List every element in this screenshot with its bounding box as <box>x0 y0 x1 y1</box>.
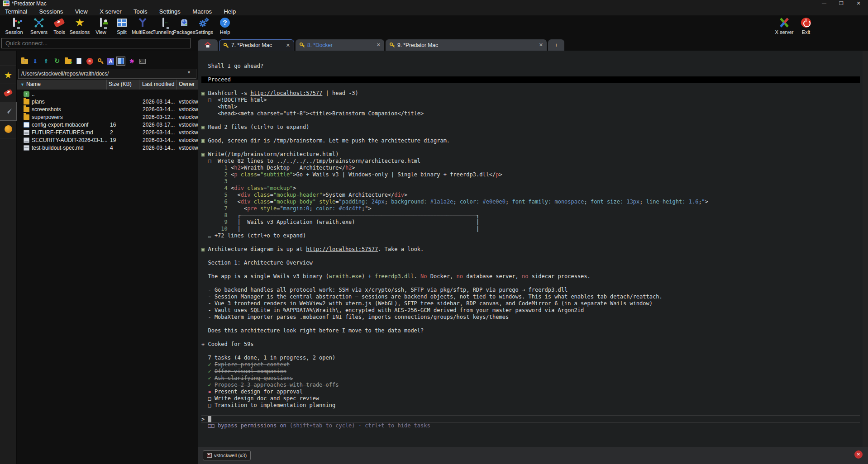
tab-close-icon[interactable]: ✕ <box>373 42 381 48</box>
file-size: 16 <box>110 122 116 128</box>
file-icon <box>24 122 29 128</box>
session-button[interactable]: Session <box>0 16 28 35</box>
menu-x-server[interactable]: X server <box>95 8 126 15</box>
tab-8-docker[interactable]: 8. *Docker ✕ <box>296 39 384 51</box>
minimize-button[interactable]: — <box>816 0 832 7</box>
sidebar-mode-strip: ★ <box>0 51 17 464</box>
home-icon <box>205 42 211 48</box>
file-row[interactable]: FUTURE-FEATURES.md22026-03-14...vstockw <box>17 129 198 137</box>
terminal-output[interactable]: Shall I go ahead? Proceed▣ Bash(curl -s … <box>198 51 863 447</box>
new-file-icon[interactable] <box>75 57 83 65</box>
terminal-icon[interactable]: › <box>138 57 147 65</box>
maximize-button[interactable]: ❐ <box>834 0 849 7</box>
folder-icon <box>24 99 29 104</box>
new-tab-button[interactable]: + <box>548 39 564 51</box>
tab-close-icon[interactable]: ✕ <box>535 42 543 48</box>
file-name: plans <box>32 99 45 105</box>
terminal-line: - Session Manager is the central abstrac… <box>201 294 863 300</box>
file-owner: vstockw <box>179 122 198 128</box>
col-size[interactable]: Size (KB) <box>109 81 132 87</box>
multiexec-y-icon <box>137 17 148 28</box>
key-icon <box>389 42 395 48</box>
file-date: 2026-03-17... <box>143 122 175 128</box>
ascii-icon[interactable]: A <box>107 58 114 65</box>
tab-home[interactable] <box>198 39 218 51</box>
terminal-line <box>201 239 863 246</box>
delete-icon[interactable]: ✕ <box>86 57 94 65</box>
col-modified[interactable]: Last modified <box>142 81 174 87</box>
exit-button[interactable]: Exit <box>792 16 820 35</box>
terminal-line: - Go backend handles all protocol work: … <box>201 287 863 294</box>
macros-tab[interactable] <box>0 120 16 138</box>
terminal-line <box>201 409 863 416</box>
file-name: .. <box>32 91 35 97</box>
key-icon[interactable] <box>96 57 105 65</box>
menu-help[interactable]: Help <box>219 8 241 15</box>
terminal-line: 2 <p class="subtitle">Go + Wails v3 | Wi… <box>201 171 863 178</box>
file-icon <box>24 130 29 135</box>
col-owner[interactable]: Owner <box>179 81 195 87</box>
tunneling-monitor-icon: ↔ <box>162 19 164 27</box>
file-row[interactable]: plans2026-03-14...vstockw <box>17 98 198 106</box>
file-size: 4 <box>110 145 113 151</box>
terminal-line <box>201 70 863 76</box>
tools-tab[interactable] <box>0 84 16 102</box>
dual-pane-icon[interactable] <box>117 57 125 65</box>
file-date: 2026-03-14... <box>143 129 175 136</box>
terminal-line: Shall I go ahead? <box>201 63 863 70</box>
terminal-inputline: > <box>201 416 860 422</box>
folder-up-icon[interactable]: ↑ <box>20 57 29 65</box>
menu-settings[interactable]: Settings <box>154 8 186 15</box>
quick-connect-input[interactable] <box>1 38 191 48</box>
menu-view[interactable]: View <box>70 8 93 15</box>
mobaxterm-app-icon <box>3 0 10 6</box>
close-button[interactable]: ✕ <box>851 0 866 7</box>
download-icon[interactable]: ⇓ <box>31 57 39 65</box>
tab-row: 7. *Predator Mac ✕ 8. *Docker ✕ 9. *Pred… <box>0 36 868 51</box>
terminal-line: 6 <div class="mockup-body" style="paddin… <box>201 199 863 205</box>
file-row[interactable]: config-export.mobaconf162026-03-17...vst… <box>17 121 198 129</box>
file-row[interactable]: ↑.. <box>17 90 198 98</box>
file-row[interactable]: test-buildout-spec.md42026-03-14...vstoc… <box>17 144 198 152</box>
terminal-line: 10 │ │ <box>201 226 863 232</box>
file-date: 2026-03-14... <box>143 145 175 151</box>
file-row[interactable]: superpowers2026-03-12...vstockw <box>17 114 198 121</box>
path-input[interactable] <box>18 69 196 79</box>
menu-macros[interactable]: Macros <box>187 8 217 15</box>
terminal-line <box>201 266 863 273</box>
refresh-icon[interactable]: ↻ <box>53 57 61 65</box>
file-icon <box>24 137 29 143</box>
terminal-line: ▣ Good, screen dir is /tmp/brainstorm. L… <box>201 137 863 144</box>
session-tabstrip: 7. *Predator Mac ✕ 8. *Docker ✕ 9. *Pred… <box>198 38 564 51</box>
wand-icon[interactable]: ✱ <box>128 57 136 65</box>
menu-terminal[interactable]: Terminal <box>0 8 32 15</box>
menu-sessions[interactable]: Sessions <box>34 8 68 15</box>
upload-icon[interactable]: ⇑ <box>42 57 50 65</box>
file-name: FUTURE-FEATURES.md <box>32 129 93 136</box>
col-name[interactable]: Name <box>26 81 41 87</box>
tab-close-icon[interactable]: ✕ <box>282 43 290 48</box>
path-dropdown-icon[interactable]: ▾ <box>188 70 190 75</box>
tab-7-predator-mac[interactable]: 7. *Predator Mac ✕ <box>219 39 294 51</box>
file-name: SECURITY-AUDIT-2026-03-1... <box>32 137 108 143</box>
terminal-line: ▣ Read 2 files (ctrl+o to expand) <box>201 124 863 131</box>
terminal-line: 4 <div class="mockup"> <box>201 185 863 192</box>
tab-9-predator-mac[interactable]: 9. *Predator Mac ✕ <box>386 39 547 51</box>
menu-tools[interactable]: Tools <box>129 8 152 15</box>
file-row[interactable]: SECURITY-AUDIT-2026-03-1...192026-03-14.… <box>17 137 198 144</box>
split-grid-icon <box>117 19 127 27</box>
help-button[interactable]: ? Help <box>211 16 239 35</box>
file-row[interactable]: screenshots2026-03-14...vstockw <box>17 106 198 114</box>
new-folder-icon[interactable]: + <box>64 57 72 65</box>
sessions-star-tab[interactable]: ★ <box>0 66 16 84</box>
file-name: test-buildout-spec.md <box>32 145 84 151</box>
file-owner: vstockw <box>179 129 198 136</box>
right-sidebar-handle[interactable] <box>863 51 868 448</box>
terminal-line: The app is a single Wails v3 binary (wra… <box>201 273 863 280</box>
close-session-icon[interactable]: ✕ <box>854 450 863 459</box>
window-titlebar: *Predator Mac — ❐ ✕ <box>0 0 868 7</box>
plus-icon: + <box>554 42 558 48</box>
terminal-line <box>201 144 863 151</box>
sftp-tab[interactable] <box>0 102 16 120</box>
session-tab-vstockwell[interactable]: vstockwell (x3) <box>203 450 251 460</box>
